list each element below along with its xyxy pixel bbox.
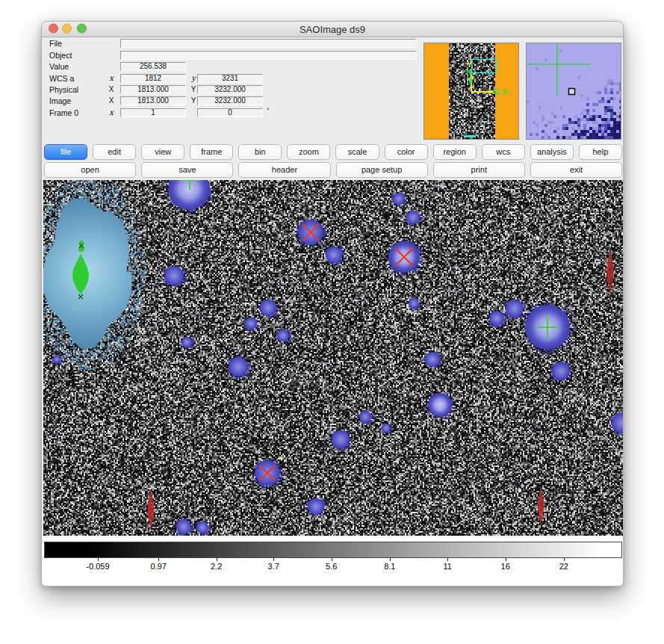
window-title: SAOImage ds9 bbox=[42, 22, 623, 37]
menu-region[interactable]: region bbox=[433, 144, 477, 160]
colorbar-tick-label: 8.1 bbox=[384, 562, 395, 571]
panner-panel[interactable] bbox=[423, 43, 519, 140]
menu-file[interactable]: file bbox=[44, 144, 87, 160]
colorbar-gradient[interactable] bbox=[44, 542, 622, 558]
object-readout bbox=[120, 51, 417, 60]
file-readout bbox=[120, 39, 417, 48]
colorbar-tick-label: 2.2 bbox=[211, 562, 222, 571]
menu-bar: file edit view frame bin zoom scale colo… bbox=[44, 144, 622, 160]
menu-view[interactable]: view bbox=[141, 144, 184, 160]
menu-help[interactable]: help bbox=[579, 144, 622, 160]
ds9-window: SAOImage ds9 File Object Value WCS a Phy… bbox=[41, 21, 624, 586]
object-label: Object bbox=[49, 51, 72, 60]
page-setup-button[interactable]: page setup bbox=[336, 162, 428, 178]
frame-label: Frame 0 bbox=[49, 108, 78, 117]
desktop: SAOImage ds9 File Object Value WCS a Phy… bbox=[0, 0, 664, 644]
menu-color[interactable]: color bbox=[385, 144, 428, 160]
wcs-x-label: x bbox=[106, 74, 117, 83]
menu-frame[interactable]: frame bbox=[190, 144, 233, 160]
frame-zoom-readout: 1 bbox=[120, 108, 186, 117]
colorbar-tick-label: 16 bbox=[501, 562, 510, 571]
frame-x-label: x bbox=[106, 108, 117, 117]
image-label: Image bbox=[49, 96, 71, 105]
menu-zoom[interactable]: zoom bbox=[287, 144, 330, 160]
wcs-x-readout: 1812 bbox=[120, 74, 186, 83]
exit-button[interactable]: exit bbox=[530, 162, 622, 178]
colorbar-zone: -0.059 0.97 2.2 3.7 5.6 8.1 11 16 22 bbox=[42, 536, 623, 586]
header-button[interactable]: header bbox=[238, 162, 330, 178]
colorbar-labels: -0.059 0.97 2.2 3.7 5.6 8.1 11 16 22 bbox=[44, 562, 622, 572]
value-label: Value bbox=[49, 62, 69, 71]
colorbar-tick-label: -0.059 bbox=[86, 562, 109, 571]
file-label: File bbox=[49, 39, 62, 48]
menu-edit[interactable]: edit bbox=[93, 144, 136, 160]
menu-wcs[interactable]: wcs bbox=[482, 144, 525, 160]
image-x-readout: 1813.000 bbox=[120, 96, 186, 105]
menu-scale[interactable]: scale bbox=[335, 144, 379, 160]
image-y-readout: 3232.000 bbox=[197, 96, 263, 105]
menu-bin[interactable]: bin bbox=[238, 144, 282, 160]
degree-symbol: ° bbox=[267, 107, 270, 114]
magnifier-panel[interactable] bbox=[526, 43, 621, 140]
image-canvas[interactable] bbox=[43, 180, 623, 536]
magnifier-canvas[interactable] bbox=[527, 43, 621, 139]
colorbar-tick-label: 11 bbox=[444, 562, 452, 571]
file-submenu-bar: open save header page setup print exit bbox=[44, 162, 622, 178]
colorbar-tick-label: 22 bbox=[559, 562, 568, 571]
panner-canvas[interactable] bbox=[424, 43, 518, 139]
wcs-label: WCS a bbox=[49, 74, 74, 83]
open-button[interactable]: open bbox=[44, 162, 136, 178]
physical-x-readout: 1813.000 bbox=[120, 85, 186, 94]
value-readout: 256.538 bbox=[120, 62, 186, 71]
physical-y-readout: 3232.000 bbox=[197, 85, 263, 94]
physical-x-label: X bbox=[106, 85, 117, 94]
wcs-y-readout: 3231 bbox=[197, 74, 263, 83]
colorbar-tick-label: 5.6 bbox=[326, 562, 337, 571]
frame-angle-readout: 0 bbox=[197, 108, 263, 117]
print-button[interactable]: print bbox=[433, 162, 525, 178]
save-button[interactable]: save bbox=[141, 162, 233, 178]
colorbar-tick-label: 0.97 bbox=[151, 562, 167, 571]
colorbar-tick-label: 3.7 bbox=[268, 562, 279, 571]
menu-analysis[interactable]: analysis bbox=[530, 144, 574, 160]
title-bar[interactable]: SAOImage ds9 bbox=[42, 22, 623, 37]
colorbar-ticks bbox=[44, 558, 622, 561]
image-x-label: X bbox=[106, 96, 117, 105]
physical-label: Physical bbox=[49, 85, 78, 94]
